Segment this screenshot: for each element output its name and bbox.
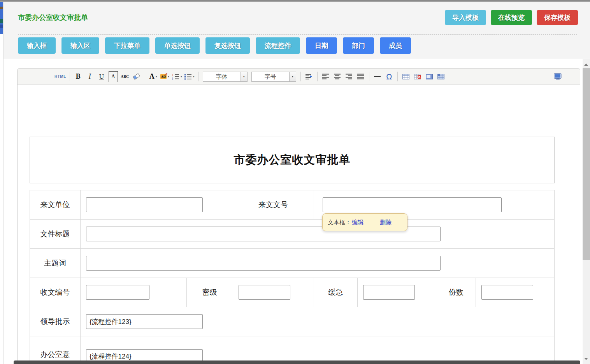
scroll-down-arrow-icon[interactable] bbox=[584, 358, 588, 360]
font-size-select[interactable]: 字号 ▾ bbox=[251, 72, 296, 82]
insert-textarea-button[interactable]: 输入区 bbox=[61, 37, 99, 54]
bold-button[interactable]: B bbox=[74, 71, 83, 82]
font-color-button[interactable]: A ▾ bbox=[149, 71, 158, 82]
insert-table-button[interactable] bbox=[401, 71, 411, 82]
office-opinion-cell bbox=[80, 336, 554, 364]
receipt-number-input[interactable] bbox=[86, 285, 149, 300]
highlight-color-button[interactable]: ab ✎ ▾ bbox=[160, 71, 170, 82]
table-properties-button[interactable] bbox=[425, 71, 434, 82]
font-size-value: 字号 bbox=[252, 72, 289, 81]
insert-department-button[interactable]: 部门 bbox=[343, 37, 374, 54]
page-title: 市委办公室收文审批单 bbox=[18, 13, 88, 22]
receipt-number-cell bbox=[80, 278, 186, 307]
delete-field-link[interactable]: 删除 bbox=[380, 219, 392, 226]
insert-member-button[interactable]: 成员 bbox=[380, 37, 411, 54]
insert-table-icon bbox=[402, 74, 409, 79]
online-preview-button[interactable]: 在线预览 bbox=[491, 10, 532, 25]
table-row: 主题词 bbox=[30, 249, 555, 278]
document-number-label: 来文文号 bbox=[233, 190, 314, 220]
svg-text:3: 3 bbox=[172, 78, 173, 80]
horizontal-rule-button[interactable] bbox=[373, 71, 382, 82]
italic-button[interactable]: I bbox=[85, 71, 95, 82]
save-template-button[interactable]: 保存模板 bbox=[537, 10, 578, 25]
font-family-select[interactable]: 字体 ▾ bbox=[203, 72, 248, 82]
insert-date-button[interactable]: 日期 bbox=[306, 37, 337, 54]
insert-radio-button[interactable]: 单选按钮 bbox=[155, 37, 200, 54]
toolbar-separator bbox=[317, 72, 318, 81]
incoming-unit-label: 来文单位 bbox=[30, 190, 81, 220]
edit-field-link[interactable]: 编辑 bbox=[352, 219, 363, 226]
tooltip-label: 文本框： bbox=[328, 219, 351, 226]
special-character-button[interactable]: Ω bbox=[385, 71, 394, 82]
align-justify-button[interactable] bbox=[356, 71, 365, 82]
ordered-list-button[interactable]: 1 2 3 ▾ bbox=[172, 71, 182, 82]
horizontal-rule-icon bbox=[374, 76, 381, 77]
leader-comments-label: 领导批示 bbox=[30, 307, 81, 336]
collapsed-left-panel-edge[interactable] bbox=[0, 2, 3, 34]
strikethrough-button[interactable]: ABC bbox=[120, 71, 130, 82]
scroll-up-arrow-icon[interactable] bbox=[584, 63, 588, 66]
align-justify-icon bbox=[357, 74, 364, 79]
monitor-icon bbox=[554, 73, 562, 80]
form-title-box[interactable]: 市委办公室收文审批单 bbox=[30, 137, 555, 183]
secrecy-level-label: 密级 bbox=[186, 278, 233, 307]
urgency-input[interactable] bbox=[363, 285, 415, 300]
indent-button[interactable] bbox=[304, 71, 314, 82]
cell-properties-button[interactable] bbox=[436, 71, 446, 82]
rich-text-editor: HTML B I U A ABC A ▾ ab ✎ ▾ 1 2 3 ▾ bbox=[17, 68, 580, 364]
office-opinion-label: 办公室意 bbox=[30, 336, 81, 364]
copies-input[interactable] bbox=[481, 285, 533, 300]
window-top-edge-line bbox=[0, 2, 590, 2]
import-template-button[interactable]: 导入模板 bbox=[445, 10, 486, 25]
secrecy-level-input[interactable] bbox=[239, 285, 290, 300]
remove-format-button[interactable] bbox=[132, 71, 141, 82]
header: 市委办公室收文审批单 导入模板 在线预览 保存模板 输入框 输入区 下拉菜单 单… bbox=[4, 2, 590, 58]
chevron-down-icon: ▾ bbox=[181, 75, 182, 78]
ordered-list-icon: 1 2 3 bbox=[172, 73, 179, 80]
keywords-cell bbox=[80, 249, 554, 278]
toolbar-separator bbox=[145, 72, 145, 81]
align-right-button[interactable] bbox=[344, 71, 354, 82]
font-format-button[interactable]: A bbox=[109, 71, 118, 82]
insert-checkbox-button[interactable]: 复选按钮 bbox=[205, 37, 250, 54]
copies-label: 份数 bbox=[436, 278, 476, 307]
keywords-input[interactable] bbox=[86, 256, 441, 271]
toolbar-separator bbox=[397, 72, 398, 81]
underline-button[interactable]: U bbox=[97, 71, 106, 82]
leader-comments-input[interactable] bbox=[86, 314, 203, 329]
insert-textbox-button[interactable]: 输入框 bbox=[18, 37, 56, 54]
align-center-icon bbox=[334, 74, 341, 79]
panel-icon-fragment bbox=[0, 7, 3, 9]
delete-table-icon bbox=[414, 74, 421, 79]
table-row: 来文单位 来文文号 bbox=[30, 190, 555, 220]
chevron-down-icon: ▾ bbox=[156, 75, 157, 78]
panel-icon-fragment bbox=[0, 25, 3, 28]
urgency-label: 缓急 bbox=[314, 278, 358, 307]
indent-icon bbox=[306, 74, 313, 80]
delete-table-button[interactable] bbox=[413, 71, 422, 82]
eraser-icon bbox=[133, 73, 140, 80]
align-left-button[interactable] bbox=[321, 71, 330, 82]
source-code-button[interactable]: HTML bbox=[54, 71, 66, 82]
unordered-list-icon bbox=[184, 73, 192, 80]
unordered-list-button[interactable]: ▾ bbox=[184, 71, 195, 82]
align-left-icon bbox=[322, 74, 329, 79]
align-right-icon bbox=[346, 74, 352, 79]
chevron-down-icon: ▾ bbox=[241, 72, 247, 81]
chevron-down-icon: ▾ bbox=[193, 75, 195, 78]
fullscreen-button[interactable] bbox=[553, 71, 562, 82]
toolbar-separator bbox=[70, 72, 70, 81]
toolbar-separator bbox=[198, 72, 198, 81]
insert-flow-control-button[interactable]: 流程控件 bbox=[256, 37, 300, 54]
vertical-scrollbar[interactable] bbox=[583, 59, 590, 364]
incoming-unit-input[interactable] bbox=[86, 197, 203, 212]
leader-comments-cell bbox=[80, 307, 554, 336]
table-row: 办公室意 bbox=[30, 336, 555, 364]
align-center-button[interactable] bbox=[333, 71, 342, 82]
document-number-input[interactable] bbox=[323, 197, 502, 212]
scrollbar-thumb[interactable] bbox=[583, 68, 590, 260]
receipt-number-label: 收文编号 bbox=[30, 278, 81, 307]
insert-dropdown-button[interactable]: 下拉菜单 bbox=[105, 37, 149, 54]
window-bottom-edge bbox=[14, 360, 580, 364]
table-row: 收文编号 密级 缓急 份数 bbox=[30, 278, 555, 307]
